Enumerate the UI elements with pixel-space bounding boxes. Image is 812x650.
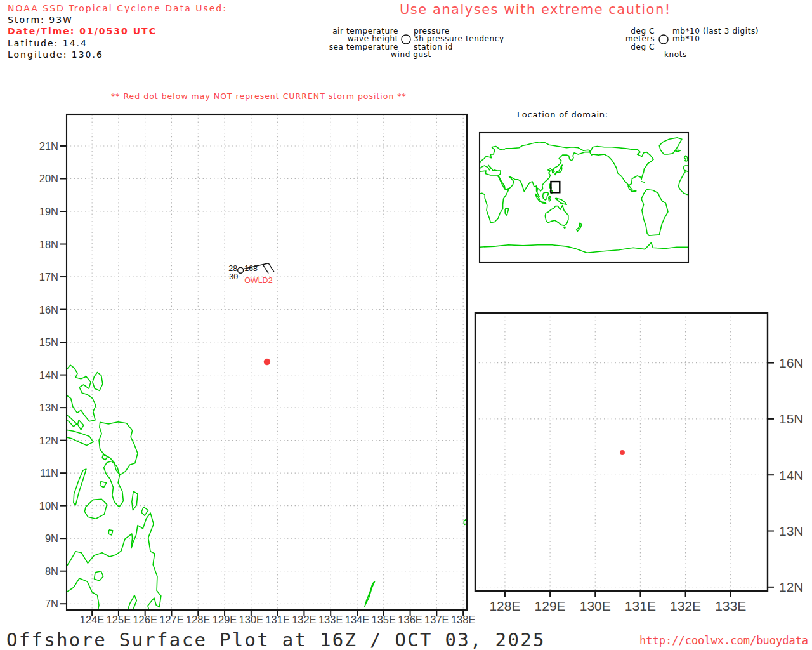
svg-text:21N: 21N (39, 140, 58, 152)
svg-text:134E: 134E (345, 614, 370, 625)
svg-text:129E: 129E (535, 599, 566, 613)
svg-text:136E: 136E (398, 614, 422, 625)
station-circle-OWLD2 (238, 267, 244, 273)
svg-text:30: 30 (229, 272, 238, 281)
svg-text:20N: 20N (39, 173, 58, 184)
main-map-coastlines (65, 365, 467, 614)
svg-text:16N: 16N (779, 355, 804, 370)
station-id-label-OWLD2: OWLD2 (244, 276, 273, 285)
svg-text:131E: 131E (265, 614, 290, 625)
svg-text:130E: 130E (239, 614, 264, 625)
svg-text:17N: 17N (39, 271, 58, 282)
svg-text:12N: 12N (39, 435, 58, 446)
storm-position-dot (264, 359, 270, 365)
svg-text:19N: 19N (39, 206, 58, 217)
station-units-circle (659, 35, 668, 44)
svg-text:15N: 15N (779, 411, 804, 426)
svg-text:124E: 124E (80, 614, 105, 625)
zoom-map: 128E129E130E131E132E133E12N13N14N15N16N (475, 313, 804, 613)
svg-text:137E: 137E (424, 614, 449, 625)
storm-position-dot-zoom (620, 450, 625, 455)
svg-text:128E: 128E (186, 614, 211, 625)
svg-text:135E: 135E (372, 614, 396, 625)
svg-text:9N: 9N (45, 533, 58, 544)
svg-text:126E: 126E (133, 614, 157, 625)
svg-text:16N: 16N (39, 304, 58, 315)
svg-text:15N: 15N (39, 336, 58, 348)
svg-text:11N: 11N (40, 467, 58, 479)
svg-text:133E: 133E (715, 599, 746, 613)
svg-text:138E: 138E (451, 614, 476, 625)
svg-text:8N: 8N (45, 566, 58, 577)
svg-text:130E: 130E (580, 599, 611, 613)
station-plot-OWLD2: 2830168OWLD2 (228, 263, 274, 285)
svg-text:13N: 13N (39, 402, 58, 413)
buoy-plot-page: { "colors": { "red_text": "#fb4b4b", "re… (0, 0, 812, 650)
svg-text:127E: 127E (159, 614, 184, 625)
svg-text:132E: 132E (292, 614, 317, 625)
svg-text:133E: 133E (318, 614, 343, 625)
svg-text:13N: 13N (779, 524, 804, 538)
svg-text:131E: 131E (625, 599, 656, 613)
plot-canvas: 2830168OWLD2124E125E126E127E128E129E130E… (0, 0, 812, 650)
svg-text:14N: 14N (39, 369, 58, 381)
main-map: 2830168OWLD2124E125E126E127E128E129E130E… (39, 114, 476, 625)
svg-text:14N: 14N (779, 468, 804, 482)
svg-text:129E: 129E (213, 614, 237, 625)
zoom-map-ticks-labels: 128E129E130E131E132E133E12N13N14N15N16N (489, 355, 803, 613)
svg-text:28: 28 (228, 264, 237, 273)
svg-text:132E: 132E (670, 599, 701, 613)
svg-text:7N: 7N (45, 598, 58, 609)
svg-text:18N: 18N (39, 239, 58, 250)
world-map (480, 133, 688, 262)
svg-text:12N: 12N (779, 580, 804, 594)
svg-text:128E: 128E (489, 599, 520, 613)
world-map-coastlines (480, 138, 688, 253)
station-model-circle (402, 35, 410, 44)
svg-text:10N: 10N (39, 500, 58, 512)
svg-text:125E: 125E (107, 614, 131, 625)
